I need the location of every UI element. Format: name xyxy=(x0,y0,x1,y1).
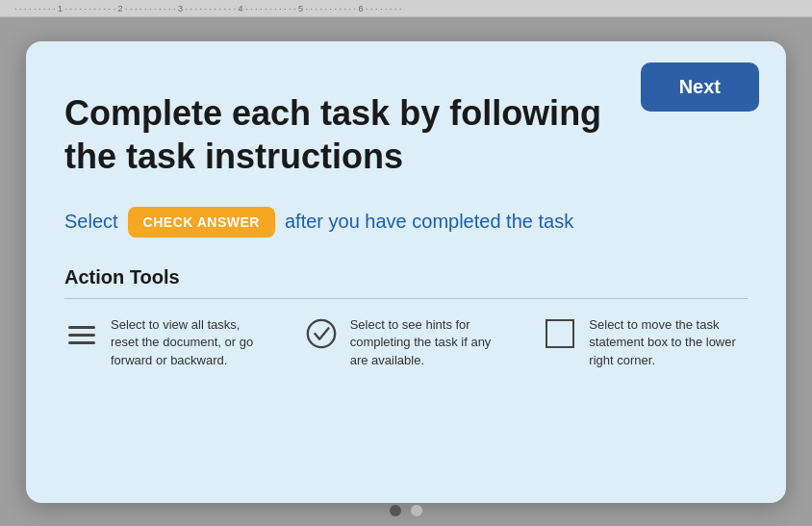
tool-item-hints: Select to see hints for completing the t… xyxy=(304,316,509,371)
main-title: Complete each task by following the task… xyxy=(64,91,622,178)
hamburger-lines xyxy=(68,322,95,344)
modal-card: Next Complete each task by following the… xyxy=(26,41,786,503)
hamburger-icon xyxy=(64,316,99,351)
pagination-dot-1[interactable] xyxy=(390,505,401,516)
move-box-icon xyxy=(543,316,577,351)
pagination-dots xyxy=(390,505,422,516)
svg-point-0 xyxy=(308,319,335,346)
tool-desc-move: Select to move the task statement box to… xyxy=(589,316,748,371)
tool-desc-hints: Select to see hints for completing the t… xyxy=(350,316,509,371)
tool-desc-menu: Select to view all tasks, reset the docu… xyxy=(111,316,269,371)
section-divider xyxy=(64,298,748,299)
check-answer-badge: CHECK ANSWER xyxy=(128,207,275,238)
tool-item-menu: Select to view all tasks, reset the docu… xyxy=(64,316,269,371)
page-area: Next Complete each task by following the… xyxy=(0,17,812,526)
ruler: · · · · · · · · · 1 · · · · · · · · · · … xyxy=(0,0,812,17)
instruction-line: Select CHECK ANSWER after you have compl… xyxy=(64,207,748,238)
tool-item-move: Select to move the task statement box to… xyxy=(543,316,748,371)
instruction-suffix: after you have completed the task xyxy=(285,211,573,233)
action-tools-title: Action Tools xyxy=(64,266,748,288)
instruction-prefix: Select xyxy=(64,211,118,233)
move-box-shape xyxy=(546,319,574,348)
tools-grid: Select to view all tasks, reset the docu… xyxy=(64,316,748,371)
next-button[interactable]: Next xyxy=(641,63,759,112)
pagination-dot-2[interactable] xyxy=(411,505,422,516)
check-circle-icon xyxy=(304,316,339,351)
action-tools-section: Action Tools Select to view all tasks, r… xyxy=(64,266,748,371)
